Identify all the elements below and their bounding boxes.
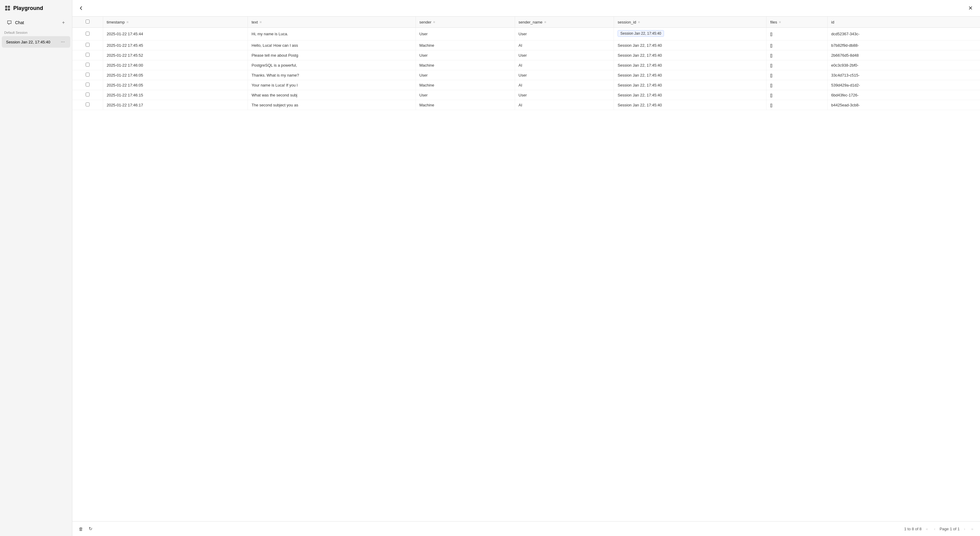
cell-session-id: Session Jan 22, 17:45:40 [614, 70, 767, 80]
row-checkbox-cell[interactable] [72, 40, 103, 50]
app-logo-icon [4, 5, 11, 11]
cell-text: Hi, my name is Luca. [248, 28, 415, 40]
cell-session-id: Session Jan 22, 17:45:40 [614, 80, 767, 90]
sender-filter-icon[interactable]: ≡ [433, 20, 435, 24]
cell-sender-name: AI [515, 80, 614, 90]
row-checkbox-7[interactable] [86, 102, 89, 107]
table-row: 2025-01-22 17:46:17The second subject yo… [72, 100, 980, 110]
table-header-row: timestamp ≡ text ≡ sender ≡ [72, 17, 980, 28]
text-filter-icon[interactable]: ≡ [259, 20, 261, 24]
cell-id: 6bd43fec-1726- [827, 90, 980, 100]
cell-id: b4425ead-3cb8- [827, 100, 980, 110]
cell-sender: User [415, 50, 515, 60]
row-checkbox-0[interactable] [86, 32, 89, 36]
table-container[interactable]: timestamp ≡ text ≡ sender ≡ [72, 17, 980, 521]
row-checkbox-cell[interactable] [72, 60, 103, 70]
cell-timestamp: 2025-01-22 17:45:44 [103, 28, 248, 40]
pagination: 1 to 8 of 8 « ‹ Page 1 of 1 › » [904, 525, 975, 532]
cell-files: [] [767, 40, 827, 50]
col-header-sender[interactable]: sender ≡ [415, 17, 515, 28]
table-row: 2025-01-22 17:46:00PostgreSQL is a power… [72, 60, 980, 70]
row-checkbox-6[interactable] [86, 92, 89, 97]
cell-timestamp: 2025-01-22 17:45:45 [103, 40, 248, 50]
first-page-button[interactable]: « [924, 525, 930, 532]
cell-sender: User [415, 90, 515, 100]
cell-text: Hello, Luca! How can I ass [248, 40, 415, 50]
cell-id: 33c4d713-c515- [827, 70, 980, 80]
delete-button[interactable]: 🗑 [77, 525, 85, 533]
cell-text: Thanks. What is my name? [248, 70, 415, 80]
table-row: 2025-01-22 17:46:05Thanks. What is my na… [72, 70, 980, 80]
last-page-button[interactable]: » [969, 525, 975, 532]
cell-id: dcd52367-343c- [827, 28, 980, 40]
select-all-checkbox[interactable] [86, 20, 89, 24]
cell-timestamp: 2025-01-22 17:46:17 [103, 100, 248, 110]
chat-icon [6, 19, 13, 26]
close-button[interactable]: ✕ [966, 4, 975, 13]
col-header-text[interactable]: text ≡ [248, 17, 415, 28]
cell-sender-name: AI [515, 100, 614, 110]
col-header-timestamp[interactable]: timestamp ≡ [103, 17, 248, 28]
col-header-sender-name[interactable]: sender_name ≡ [515, 17, 614, 28]
session-item[interactable]: Session Jan 22, 17:45:40 ··· [2, 36, 70, 48]
row-checkbox-3[interactable] [86, 63, 89, 67]
table-row: 2025-01-22 17:45:45Hello, Luca! How can … [72, 40, 980, 50]
chat-label: Chat [15, 20, 24, 25]
cell-sender-name: User [515, 90, 614, 100]
prev-page-button[interactable]: ‹ [932, 525, 937, 532]
timestamp-filter-icon[interactable]: ≡ [127, 20, 129, 24]
col-header-id[interactable]: id [827, 17, 980, 28]
pagination-info: 1 to 8 of 8 [904, 526, 922, 531]
sidebar-item-chat[interactable]: Chat + [2, 16, 70, 29]
cell-files: [] [767, 28, 827, 40]
col-header-files[interactable]: files ≡ [767, 17, 827, 28]
session-id-highlight: Session Jan 22, 17:45:40 [617, 30, 664, 37]
cell-id: e0c3c938-2bf0- [827, 60, 980, 70]
cell-id: 539d429a-d1d2- [827, 80, 980, 90]
session-id-filter-icon[interactable]: ≡ [638, 20, 640, 24]
data-table: timestamp ≡ text ≡ sender ≡ [72, 17, 980, 110]
row-checkbox-5[interactable] [86, 83, 89, 86]
row-checkbox-cell[interactable] [72, 90, 103, 100]
cell-sender: Machine [415, 60, 515, 70]
cell-sender: User [415, 28, 515, 40]
add-chat-button[interactable]: + [61, 19, 66, 26]
main-header: ✕ [72, 0, 980, 17]
cell-id: b7b82f9d-db88- [827, 40, 980, 50]
row-checkbox-cell[interactable] [72, 100, 103, 110]
cell-files: [] [767, 70, 827, 80]
row-checkbox-2[interactable] [86, 53, 89, 57]
row-checkbox-cell[interactable] [72, 70, 103, 80]
cell-session-id: Session Jan 22, 17:45:40 [614, 90, 767, 100]
files-filter-icon[interactable]: ≡ [779, 20, 781, 24]
cell-files: [] [767, 100, 827, 110]
row-checkbox-1[interactable] [86, 43, 89, 47]
col-header-session-id[interactable]: session_id ≡ [614, 17, 767, 28]
cell-sender: Machine [415, 80, 515, 90]
cell-files: [] [767, 90, 827, 100]
col-header-check[interactable] [72, 17, 103, 28]
cell-sender-name: AI [515, 40, 614, 50]
cell-session-id: Session Jan 22, 17:45:40 [614, 60, 767, 70]
cell-timestamp: 2025-01-22 17:45:52 [103, 50, 248, 60]
cell-session-id: Session Jan 22, 17:45:40 [614, 28, 767, 40]
svg-rect-3 [8, 8, 10, 11]
table-row: 2025-01-22 17:46:15What was the second s… [72, 90, 980, 100]
sender-name-filter-icon[interactable]: ≡ [544, 20, 546, 24]
svg-rect-0 [5, 6, 7, 8]
session-options-button[interactable]: ··· [60, 38, 66, 45]
row-checkbox-cell[interactable] [72, 50, 103, 60]
row-checkbox-cell[interactable] [72, 28, 103, 40]
svg-rect-1 [8, 6, 10, 8]
cell-files: [] [767, 80, 827, 90]
cell-timestamp: 2025-01-22 17:46:05 [103, 80, 248, 90]
row-checkbox-cell[interactable] [72, 80, 103, 90]
refresh-button[interactable]: ↻ [87, 525, 94, 533]
row-checkbox-4[interactable] [86, 73, 89, 76]
next-page-button[interactable]: › [962, 525, 967, 532]
table-footer: 🗑 ↻ 1 to 8 of 8 « ‹ Page 1 of 1 › » [72, 521, 980, 536]
app-title-container: Playground [0, 0, 72, 16]
cell-session-id: Session Jan 22, 17:45:40 [614, 40, 767, 50]
back-button[interactable] [77, 4, 85, 12]
main-content: ✕ timestamp ≡ text [72, 0, 980, 536]
